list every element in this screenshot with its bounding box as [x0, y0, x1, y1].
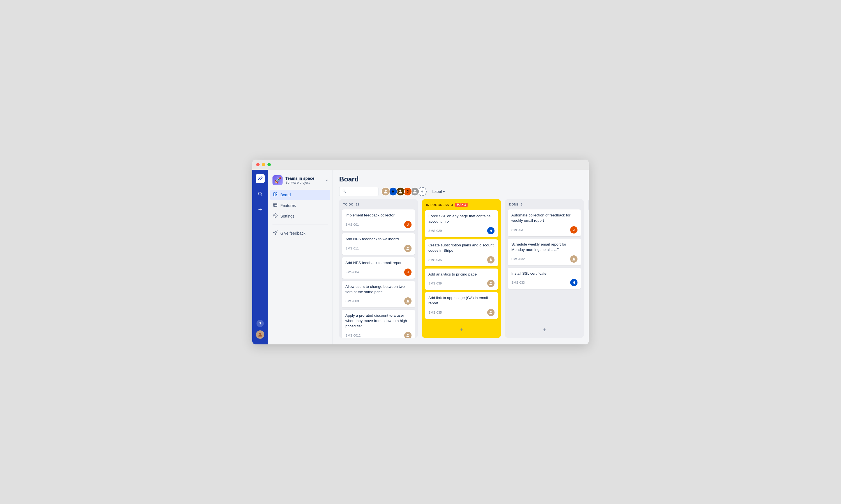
card-sms-029[interactable]: Force SSL on any page that contains acco…: [425, 210, 498, 237]
label-filter-text: Label: [432, 189, 442, 194]
card-sms-039[interactable]: Add analytics to pricing page SMS-039: [425, 269, 498, 290]
svg-point-22: [490, 311, 492, 312]
svg-point-21: [490, 282, 492, 283]
card-sms-031[interactable]: Automate collection of feedback for week…: [508, 210, 581, 236]
main-content: Board: [332, 170, 589, 344]
settings-icon: [273, 213, 277, 219]
card-id: SMS-032: [511, 257, 525, 261]
sidebar-project[interactable]: 🚀 Teams in space Software project ▾: [268, 173, 332, 190]
maximize-dot[interactable]: [268, 163, 271, 166]
search-icon-btn[interactable]: [255, 189, 265, 199]
user-avatar-icon[interactable]: [256, 330, 264, 339]
card-footer: SMS-004 J: [345, 269, 412, 276]
card-id: SMS-039: [428, 282, 442, 285]
card-footer: SMS-035: [428, 309, 495, 316]
column-done-title: DONE: [509, 203, 519, 206]
close-dot[interactable]: [256, 163, 260, 166]
app-window: ? 🚀 Teams in space Software project ▾: [252, 160, 589, 344]
minimize-dot[interactable]: [262, 163, 265, 166]
column-todo-title: TO DO: [343, 203, 354, 206]
card-title: Create subscription plans and discount c…: [428, 243, 495, 253]
column-todo-header: TO DO 29: [339, 199, 418, 208]
card-footer: SMS-031 J: [511, 226, 578, 234]
give-feedback-label: Give feedback: [280, 231, 306, 235]
column-inprogress: IN PROGRESS 4 MAX 3 Force SSL on any pag…: [422, 199, 501, 338]
project-name: Teams in space: [286, 176, 323, 181]
add-card-done-button[interactable]: +: [508, 325, 581, 336]
sidebar-item-settings[interactable]: Settings: [270, 211, 330, 221]
card-sms-035b[interactable]: Add link to app usage (GA) in email repo…: [425, 292, 498, 319]
card-id: SMS-033: [511, 281, 525, 284]
card-title: Add NPS feedback to wallboard: [345, 237, 412, 242]
card-avatar: J: [570, 226, 578, 234]
avatar-1[interactable]: [381, 187, 390, 196]
column-inprogress-header: IN PROGRESS 4 MAX 3: [422, 199, 501, 209]
help-icon[interactable]: ?: [257, 320, 264, 327]
svg-rect-8: [274, 203, 277, 206]
search-box[interactable]: [339, 187, 378, 196]
svg-point-14: [385, 190, 387, 192]
give-feedback-icon: [273, 231, 277, 236]
card-title: Allow users to change between two tiers …: [345, 284, 412, 295]
sidebar-item-settings-label: Settings: [280, 214, 295, 218]
sidebar-nav: Board Features: [268, 190, 332, 221]
column-done-count: 3: [521, 203, 522, 206]
board-area: TO DO 29 Implement feedback collector SM…: [332, 199, 589, 344]
card-title: Implement feedback collector: [345, 213, 412, 218]
project-type: Software project: [286, 181, 323, 184]
card-id: SMS-035: [428, 258, 442, 262]
column-done: DONE 3 Automate collection of feedback f…: [505, 199, 584, 338]
card-sms-0012[interactable]: Apply a prorated discount to a user when…: [342, 310, 415, 338]
create-icon-btn[interactable]: [255, 204, 265, 215]
card-avatar: [404, 245, 412, 252]
add-column-button[interactable]: +: [588, 199, 589, 211]
card-id: SMS-0012: [345, 334, 361, 337]
card-avatar: H: [570, 279, 578, 286]
card-id: SMS-001: [345, 223, 359, 226]
card-sms-011[interactable]: Add NPS feedback to wallboard SMS-011: [342, 233, 415, 255]
svg-point-4: [259, 332, 261, 335]
card-avatar: J: [404, 221, 412, 228]
svg-line-13: [345, 192, 345, 192]
card-footer: SMS-001 J: [345, 221, 412, 228]
column-done-header: DONE 3: [505, 199, 584, 208]
card-footer: SMS-029 H: [428, 227, 495, 234]
project-icon: 🚀: [273, 175, 282, 185]
features-icon: [273, 203, 277, 208]
card-id: SMS-031: [511, 228, 525, 232]
card-footer: SMS-0012: [345, 332, 412, 338]
label-filter-chevron: ▾: [443, 189, 445, 194]
sidebar-item-features[interactable]: Features: [270, 200, 330, 211]
app-logo[interactable]: [256, 174, 264, 183]
card-title: Add analytics to pricing page: [428, 272, 495, 277]
sidebar-item-board[interactable]: Board: [270, 190, 330, 200]
column-todo-cards: Implement feedback collector SMS-001 J A…: [339, 208, 418, 338]
sidebar-item-board-label: Board: [280, 193, 291, 197]
titlebar: [252, 160, 589, 170]
card-sms-004[interactable]: Add NPS feedback to email report SMS-004…: [342, 257, 415, 278]
card-title: Automate collection of feedback for week…: [511, 213, 578, 223]
card-sms-032[interactable]: Schedule weekly email report for Monday …: [508, 238, 581, 266]
card-avatar: H: [487, 227, 495, 234]
card-title: Install SSL certificate: [511, 271, 578, 276]
card-sms-033[interactable]: Install SSL certificate SMS-033 H: [508, 268, 581, 289]
card-title: Schedule weekly email report for Monday …: [511, 242, 578, 253]
give-feedback-button[interactable]: Give feedback: [268, 228, 332, 238]
label-filter[interactable]: Label ▾: [429, 188, 448, 195]
card-footer: SMS-008: [345, 298, 412, 305]
card-sms-001[interactable]: Implement feedback collector SMS-001 J: [342, 210, 415, 231]
svg-point-15: [399, 190, 401, 192]
card-footer: SMS-033 H: [511, 279, 578, 286]
card-title: Add NPS feedback to email report: [345, 260, 412, 266]
card-avatar: [487, 309, 495, 316]
card-avatar: J: [404, 269, 412, 276]
card-footer: SMS-039: [428, 280, 495, 287]
add-card-inprogress-button[interactable]: +: [425, 325, 498, 336]
card-sms-008[interactable]: Allow users to change between two tiers …: [342, 281, 415, 308]
card-avatar: [487, 280, 495, 287]
card-sms-035[interactable]: Create subscription plans and discount c…: [425, 239, 498, 266]
chevron-down-icon: ▾: [326, 178, 328, 182]
page-title: Board: [339, 175, 582, 183]
card-footer: SMS-032: [511, 255, 578, 263]
card-title: Force SSL on any page that contains acco…: [428, 214, 495, 224]
